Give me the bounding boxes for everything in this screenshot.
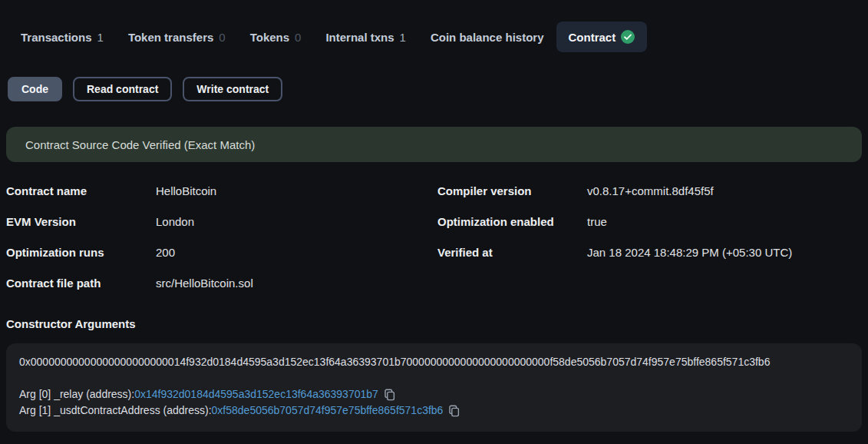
tab-internal-txns-label: Internal txns — [325, 31, 394, 44]
write-contract-button[interactable]: Write contract — [183, 77, 282, 101]
constructor-arguments-block: 0x00000000000000000000000014f932d0184d45… — [6, 343, 862, 432]
tab-tokens[interactable]: Tokens 0 — [238, 22, 314, 52]
constructor-arg-0-address-link[interactable]: 0x14f932d0184d4595a3d152ec13f64a36393701… — [134, 386, 378, 403]
constructor-arguments-heading: Constructor Arguments — [6, 317, 862, 330]
contract-file-path-value: src/HelloBitcoin.sol — [156, 277, 253, 290]
compiler-version-value: v0.8.17+commit.8df45f5f — [587, 184, 714, 197]
contract-name-value: HelloBitcoin — [156, 184, 216, 197]
info-row-verified-at: Verified at Jan 18 2024 18:48:29 PM (+05… — [437, 237, 862, 267]
info-row-compiler-version: Compiler version v0.8.17+commit.8df45f5f — [437, 175, 862, 206]
constructor-arg-1-address-link[interactable]: 0xf58de5056b7057d74f957e75bffe865f571c3f… — [212, 403, 444, 419]
info-row-evm-version: EVM Version London — [6, 206, 437, 237]
entity-tabs: Transactions 1 Token transfers 0 Tokens … — [6, 22, 862, 52]
tab-contract-label: Contract — [569, 31, 616, 44]
tab-coin-balance-history[interactable]: Coin balance history — [418, 22, 556, 52]
constructor-raw-hex: 0x00000000000000000000000014f932d0184d45… — [19, 356, 849, 369]
verified-banner: Contract Source Code Verified (Exact Mat… — [6, 127, 862, 162]
constructor-arg-1: Arg [1] _usdtContractAddress (address): … — [19, 403, 849, 419]
copy-icon[interactable] — [384, 389, 395, 401]
evm-version-value: London — [156, 215, 194, 228]
contract-subtabs: Code Read contract Write contract — [6, 77, 862, 101]
contract-info-grid: Contract name HelloBitcoin EVM Version L… — [6, 175, 862, 298]
tab-token-transfers-count: 0 — [219, 31, 225, 44]
tab-internal-txns[interactable]: Internal txns 1 — [313, 22, 418, 52]
info-row-contract-file-path: Contract file path src/HelloBitcoin.sol — [6, 267, 437, 298]
tab-transactions-label: Transactions — [21, 31, 92, 44]
verified-at-value: Jan 18 2024 18:48:29 PM (+05:30 UTC) — [587, 246, 792, 259]
contract-info-left-column: Contract name HelloBitcoin EVM Version L… — [6, 175, 437, 298]
verified-at-label: Verified at — [437, 246, 587, 259]
info-row-optimization-runs: Optimization runs 200 — [6, 237, 437, 267]
optimization-runs-value: 200 — [156, 246, 175, 259]
optimization-enabled-value: true — [587, 215, 607, 228]
info-row-contract-name: Contract name HelloBitcoin — [6, 175, 437, 206]
compiler-version-label: Compiler version — [437, 184, 587, 197]
tab-internal-txns-count: 1 — [400, 31, 406, 44]
verified-banner-text: Contract Source Code Verified (Exact Mat… — [25, 138, 255, 151]
tab-transactions-count: 1 — [97, 31, 104, 44]
code-tab-button[interactable]: Code — [8, 77, 62, 101]
tab-coin-balance-history-label: Coin balance history — [431, 31, 544, 44]
read-contract-button[interactable]: Read contract — [73, 77, 172, 101]
optimization-enabled-label: Optimization enabled — [437, 215, 587, 228]
tab-token-transfers[interactable]: Token transfers 0 — [116, 22, 238, 52]
optimization-runs-label: Optimization runs — [6, 246, 156, 259]
constructor-arg-0-prefix: Arg [0] _relay (address): — [19, 386, 134, 403]
tab-transactions[interactable]: Transactions 1 — [8, 22, 116, 52]
constructor-arg-1-prefix: Arg [1] _usdtContractAddress (address): — [19, 403, 212, 419]
evm-version-label: EVM Version — [6, 215, 156, 228]
contract-page: Transactions 1 Token transfers 0 Tokens … — [0, 22, 868, 432]
contract-info-right-column: Compiler version v0.8.17+commit.8df45f5f… — [437, 175, 862, 298]
verified-check-icon — [621, 30, 635, 44]
copy-icon[interactable] — [448, 405, 460, 417]
tab-tokens-label: Tokens — [250, 31, 289, 44]
tab-token-transfers-label: Token transfers — [128, 31, 213, 44]
constructor-arg-0: Arg [0] _relay (address): 0x14f932d0184d… — [19, 386, 849, 403]
info-row-optimization-enabled: Optimization enabled true — [437, 206, 862, 237]
contract-name-label: Contract name — [6, 184, 156, 197]
tab-contract[interactable]: Contract — [556, 22, 648, 52]
tab-tokens-count: 0 — [295, 31, 301, 44]
contract-file-path-label: Contract file path — [6, 277, 156, 290]
